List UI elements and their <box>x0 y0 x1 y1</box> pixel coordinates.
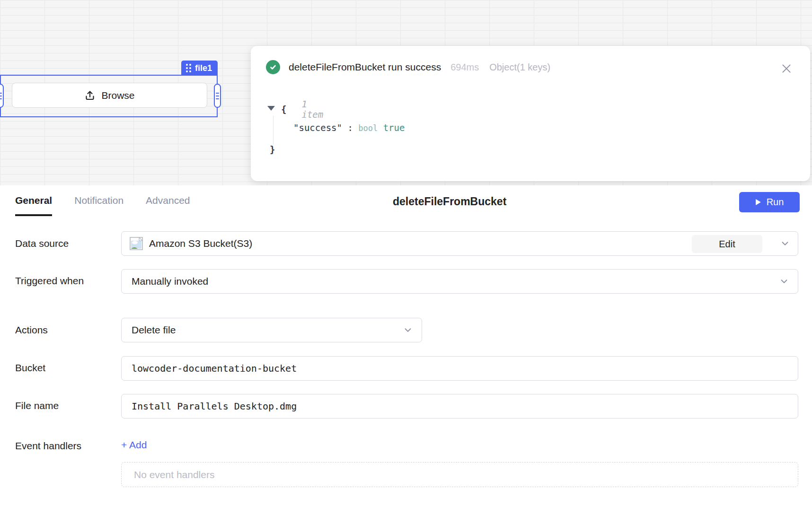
no-event-handlers-text: No event handlers <box>134 469 214 480</box>
success-check-icon <box>266 60 280 74</box>
chevron-down-icon <box>780 238 790 249</box>
tab-notification[interactable]: Notification <box>74 195 124 216</box>
json-close-brace: } <box>270 144 275 155</box>
run-button-label: Run <box>767 197 784 208</box>
triggered-when-value: Manually invoked <box>132 276 208 287</box>
edit-datasource-button[interactable]: Edit <box>692 235 762 253</box>
bucket-input[interactable]: lowcoder-documentation-bucket <box>121 356 798 381</box>
browse-button[interactable]: Browse <box>12 83 207 108</box>
add-event-handler-link[interactable]: + Add <box>121 439 147 451</box>
chevron-down-icon <box>779 276 789 287</box>
tab-general[interactable]: General <box>15 195 52 216</box>
play-icon <box>755 199 761 206</box>
data-source-value: Amazon S3 Bucket(S3) <box>149 238 252 249</box>
run-button[interactable]: Run <box>739 192 800 212</box>
actions-select[interactable]: Delete file <box>121 318 422 342</box>
bucket-value: lowcoder-documentation-bucket <box>132 363 297 374</box>
settings-tabs: General Notification Advanced <box>15 195 190 216</box>
file-name-input[interactable]: Install Parallels Desktop.dmg <box>121 394 798 419</box>
actions-value: Delete file <box>132 324 176 336</box>
event-handlers-label: Event handlers <box>15 440 81 452</box>
actions-label: Actions <box>15 324 48 336</box>
json-type-label: bool <box>358 123 378 133</box>
json-indent-guide <box>273 116 274 144</box>
collapse-caret-icon[interactable] <box>267 106 275 111</box>
toast-duration: 694ms <box>450 62 479 73</box>
triggered-when-label: Triggered when <box>15 275 84 287</box>
run-result-toast: deleteFileFromBucket run success 694ms O… <box>251 46 810 181</box>
tab-advanced[interactable]: Advanced <box>146 195 190 216</box>
json-entry-row: "success" : bool true <box>293 122 405 133</box>
widget-name-label: file1 <box>195 63 212 73</box>
resize-handle-left[interactable] <box>0 84 4 108</box>
file-upload-widget[interactable]: file1 Browse <box>0 75 218 117</box>
bucket-label: Bucket <box>15 362 45 374</box>
upload-icon <box>84 90 96 101</box>
chevron-down-icon <box>403 325 413 335</box>
browse-button-label: Browse <box>101 90 134 101</box>
toast-title: deleteFileFromBucket run success <box>289 61 441 73</box>
json-colon: : <box>342 122 358 133</box>
json-key: "success" <box>293 122 342 133</box>
json-value: true <box>378 122 405 133</box>
triggered-when-select[interactable]: Manually invoked <box>121 269 798 294</box>
toast-summary: Object(1 keys) <box>489 62 550 73</box>
datasource-thumbnail-icon <box>130 237 143 250</box>
query-title: deleteFileFromBucket <box>393 195 506 208</box>
json-items-hint: 1 item <box>301 99 323 120</box>
json-root-row: { 1 item <box>267 99 323 120</box>
drag-handle-icon[interactable] <box>186 64 191 72</box>
widget-name-tag[interactable]: file1 <box>181 61 218 76</box>
close-icon[interactable] <box>780 62 793 75</box>
data-source-select[interactable]: Amazon S3 Bucket(S3) Edit <box>121 231 798 256</box>
toast-header: deleteFileFromBucket run success 694ms O… <box>266 60 772 74</box>
file-name-value: Install Parallels Desktop.dmg <box>132 401 297 412</box>
no-event-handlers-box: No event handlers <box>121 462 798 487</box>
resize-handle-right[interactable] <box>214 84 221 108</box>
file-name-label: File name <box>15 400 59 411</box>
data-source-label: Data source <box>15 238 69 249</box>
json-open-brace: { <box>281 104 286 114</box>
query-settings-panel: General Notification Advanced deleteFile… <box>0 185 812 506</box>
json-close-row: } <box>270 144 275 155</box>
